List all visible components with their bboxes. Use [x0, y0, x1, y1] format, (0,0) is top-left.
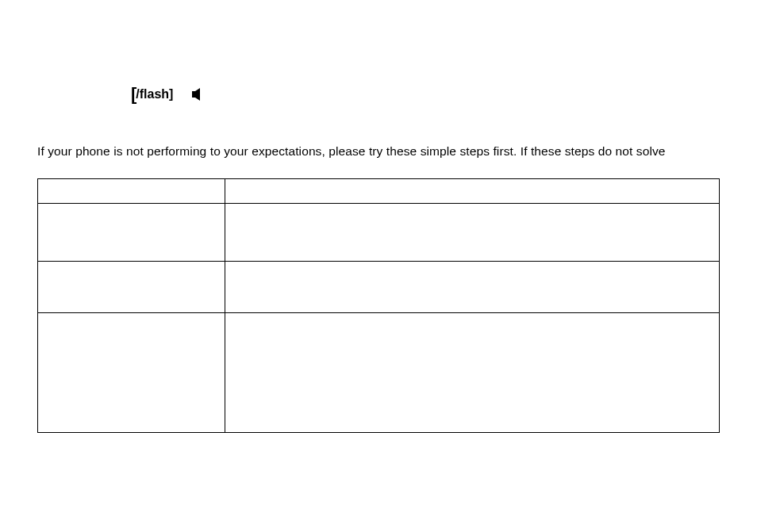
table-row — [38, 204, 720, 262]
table-row — [38, 262, 720, 313]
svg-rect-0 — [192, 91, 195, 98]
table-cell — [225, 179, 720, 204]
table-row — [38, 313, 720, 433]
table-cell — [38, 179, 225, 204]
table-cell — [38, 262, 225, 313]
flash-label-row: [ /flash] — [131, 86, 203, 103]
intro-text: If your phone is not performing to your … — [37, 144, 666, 159]
page: [ /flash] If your phone is not performin… — [0, 0, 757, 532]
table-row — [38, 179, 720, 204]
svg-marker-1 — [195, 88, 200, 101]
table-cell — [225, 313, 720, 433]
table-cell — [225, 262, 720, 313]
flash-tag-text: /flash] — [136, 88, 173, 101]
table-cell — [38, 313, 225, 433]
speaker-icon — [192, 88, 203, 101]
table-cell — [38, 204, 225, 262]
table-cell — [225, 204, 720, 262]
troubleshoot-table — [37, 178, 720, 433]
